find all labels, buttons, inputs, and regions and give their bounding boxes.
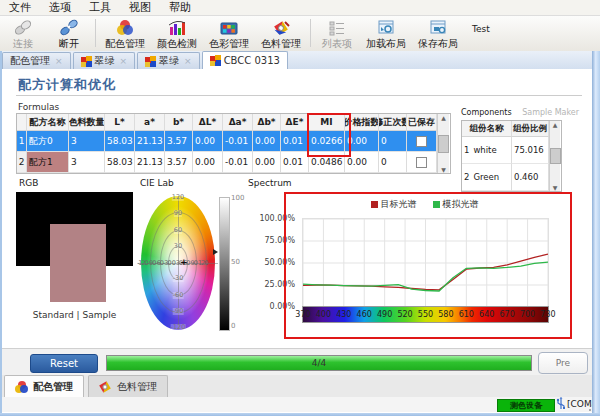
rgb-caption: Standard | Sample bbox=[16, 310, 133, 320]
pigment-manage-button[interactable]: 色料管理 bbox=[255, 16, 307, 51]
comp-cell-name[interactable]: 2Green bbox=[462, 164, 512, 191]
scrollbar-thumb[interactable] bbox=[550, 148, 561, 164]
cell-mi: 0.0266 bbox=[309, 131, 345, 152]
load-layout-button[interactable]: 加载布局 bbox=[360, 16, 412, 51]
cell-name: 配方1 bbox=[27, 152, 69, 173]
tab-components[interactable]: Components bbox=[461, 108, 512, 117]
save-layout-icon bbox=[428, 18, 448, 37]
formulas-scrollbar[interactable]: ▲ ▼ bbox=[437, 114, 449, 173]
color-match-icon bbox=[115, 18, 135, 37]
spectrum-plot bbox=[302, 218, 549, 308]
disconnect-label: 断开 bbox=[59, 37, 79, 51]
reset-button[interactable]: Reset bbox=[30, 354, 98, 373]
x-tick-label: 670 bbox=[500, 310, 515, 319]
cell-dL: 0.00 bbox=[193, 152, 223, 173]
tab-cuilv-2[interactable]: 翠绿 × bbox=[137, 52, 200, 69]
cie-b-axis-label: -60 bbox=[173, 292, 184, 299]
tab-close-icon[interactable]: × bbox=[184, 56, 192, 66]
comp-name: Green bbox=[473, 172, 499, 182]
scroll-down-icon[interactable]: ▼ bbox=[441, 166, 446, 173]
components-scrollbar[interactable]: ▲ ▼ bbox=[549, 121, 560, 191]
tab-sample-maker[interactable]: Sample Maker bbox=[522, 108, 579, 117]
disconnect-button[interactable]: 断开 bbox=[46, 16, 92, 51]
x-tick-label: 700 bbox=[520, 310, 535, 319]
x-tick-label: 400 bbox=[316, 310, 331, 319]
y-tick-label: 0.00% bbox=[270, 302, 295, 311]
menu-file[interactable]: 文件 bbox=[0, 0, 40, 15]
tab-cbcc-0313[interactable]: CBCC 0313 bbox=[202, 51, 288, 69]
x-tick-label: 430 bbox=[336, 310, 351, 319]
load-layout-label: 加载布局 bbox=[366, 37, 406, 51]
legend-target: 目标光谱 bbox=[371, 198, 417, 211]
comp-ratio: 0.460 bbox=[514, 172, 538, 182]
document-tab-bar: 配色管理 × 翠绿 × 翠绿 × CBCC 0313 bbox=[0, 51, 600, 69]
save-layout-label: 保存布局 bbox=[418, 37, 458, 51]
col-header-mi: MI bbox=[309, 114, 345, 131]
saved-checkbox[interactable] bbox=[416, 136, 427, 147]
col-header-a: a* bbox=[135, 114, 165, 131]
save-layout-button[interactable]: 保存布局 bbox=[412, 16, 464, 51]
disconnect-icon bbox=[58, 18, 80, 37]
menu-bar: 文件 选项 工具 视图 帮助 bbox=[0, 0, 600, 16]
module-tab-pigment-management[interactable]: 色料管理 bbox=[88, 375, 168, 397]
main-content: 配方计算和优化 Formulas 配方名称 色料数量 L* a* b* ΔL* … bbox=[2, 68, 592, 348]
saved-checkbox[interactable] bbox=[416, 157, 427, 168]
col-header-revisions: 修正次数 bbox=[379, 114, 407, 131]
x-tick-label: 460 bbox=[357, 310, 372, 319]
x-tick-label: 520 bbox=[397, 310, 412, 319]
y-tick-label: 100.00% bbox=[259, 214, 295, 223]
window-frame-right bbox=[592, 51, 600, 416]
tab-close-icon[interactable]: × bbox=[120, 56, 128, 66]
menu-view[interactable]: 视图 bbox=[120, 0, 160, 15]
target-series-swatch bbox=[371, 201, 378, 208]
x-tick-label: 580 bbox=[438, 310, 453, 319]
module-tab-color-matching[interactable]: 配色管理 bbox=[4, 375, 84, 397]
col-header-rownum bbox=[17, 114, 27, 131]
scroll-up-icon[interactable]: ▲ bbox=[553, 121, 558, 128]
menu-help[interactable]: 帮助 bbox=[160, 0, 200, 15]
status-bar: 测色设备 [COM4] bbox=[0, 397, 600, 412]
tab-color-matching[interactable]: 配色管理 × bbox=[2, 52, 71, 69]
x-tick-label: 550 bbox=[418, 310, 433, 319]
x-tick-label: 370 bbox=[295, 310, 310, 319]
rgb-panel-label: RGB bbox=[19, 178, 38, 188]
cell-b: 3.57 bbox=[165, 152, 193, 173]
pigment-manage-label: 色料管理 bbox=[261, 37, 301, 51]
color-manage-label: 色彩管理 bbox=[209, 37, 249, 51]
cell-da: -0.01 bbox=[223, 152, 253, 173]
window-frame-left bbox=[0, 51, 2, 416]
swatch-icon bbox=[81, 56, 92, 67]
col-header-b: b* bbox=[165, 114, 193, 131]
cell-revisions: 0 bbox=[379, 131, 407, 152]
menu-options[interactable]: 选项 bbox=[40, 0, 80, 15]
color-match-button[interactable]: 配色管理 bbox=[99, 16, 151, 51]
x-tick-label: 490 bbox=[377, 310, 392, 319]
color-manage-button[interactable]: 色彩管理 bbox=[203, 16, 255, 51]
scroll-down-icon[interactable]: ▼ bbox=[553, 184, 558, 191]
color-detect-button[interactable]: 颜色检测 bbox=[151, 16, 203, 51]
comp-cell-name[interactable]: 1white bbox=[462, 137, 512, 164]
pre-button[interactable]: Pre bbox=[538, 352, 588, 374]
cell-dL: 0.00 bbox=[193, 131, 223, 152]
scroll-up-icon[interactable]: ▲ bbox=[441, 114, 446, 121]
col-header-count: 色料数量 bbox=[69, 114, 105, 131]
cie-b-axis-label: 60 bbox=[174, 227, 182, 234]
y-tick-label: 75.00% bbox=[264, 236, 295, 245]
cie-b-axis-label: -120 bbox=[171, 324, 186, 331]
sample-color-swatch bbox=[50, 224, 106, 302]
scrollbar-thumb[interactable] bbox=[438, 135, 449, 153]
list-items-icon bbox=[328, 18, 346, 37]
cie-b-axis-label: 120 bbox=[172, 194, 184, 201]
wavelength-color-bar: 370400430460490520550580610640670700730 bbox=[302, 306, 549, 323]
row-number: 2 bbox=[17, 152, 27, 173]
connect-button[interactable]: 连接 bbox=[0, 16, 46, 51]
cell-price: 0.00 bbox=[345, 152, 379, 173]
menu-tools[interactable]: 工具 bbox=[80, 0, 120, 15]
footer-bar: Reset 4/4 Pre bbox=[0, 348, 600, 376]
color-match-label: 配色管理 bbox=[105, 37, 145, 51]
usb-icon bbox=[556, 397, 566, 411]
tab-cuilv-1[interactable]: 翠绿 × bbox=[73, 52, 136, 69]
list-items-button[interactable]: 列表项 bbox=[314, 16, 360, 51]
tab-close-icon[interactable]: × bbox=[55, 56, 63, 66]
legend-label: 模拟光谱 bbox=[443, 198, 479, 211]
